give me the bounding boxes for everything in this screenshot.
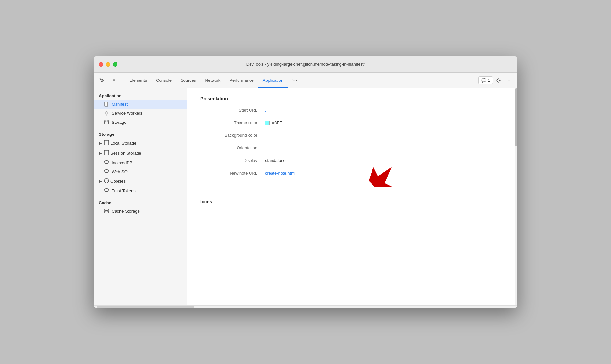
arrow-right-icon: ▶ [99,141,103,145]
red-arrow-annotation [369,161,401,188]
start-url-row: Start URL . [200,108,505,112]
toolbar: Elements Console Sources Network Perform… [94,73,517,88]
scrollbar-thumb[interactable] [515,88,517,146]
svg-point-15 [107,180,107,181]
tab-elements[interactable]: Elements [125,73,151,88]
sidebar-item-cache-storage[interactable]: Cache Storage [94,207,187,216]
web-sql-label: Web SQL [112,169,130,174]
toolbar-separator [121,77,121,84]
background-color-row: Background color [200,133,505,138]
inspect-icon[interactable] [97,76,106,85]
svg-marker-19 [369,161,401,187]
svg-point-18 [104,209,109,211]
toolbar-right: 💬 1 [478,76,514,85]
svg-point-5 [509,81,509,82]
comments-count: 1 [488,78,490,83]
svg-point-14 [106,180,106,180]
device-toggle-icon[interactable] [108,76,117,85]
sidebar-item-local-storage[interactable]: ▶ Local Storage [94,138,187,148]
indexed-db-icon [104,160,109,165]
tab-console[interactable]: Console [151,73,176,88]
tab-performance[interactable]: Performance [225,73,258,88]
settings-icon[interactable] [494,76,503,85]
sidebar-item-session-storage[interactable]: ▶ Session Storage [94,148,187,158]
orientation-row: Orientation [200,145,505,150]
theme-color-swatch [265,121,270,125]
svg-point-13 [104,178,109,183]
close-button[interactable] [99,62,103,67]
sidebar-item-manifest[interactable]: Manifest [94,100,187,109]
indexed-db-label: IndexedDB [112,160,132,165]
svg-point-2 [498,80,500,81]
display-value: standalone [265,158,286,163]
svg-point-16 [106,181,106,182]
theme-color-row: Theme color #8FF [200,120,505,125]
presentation-title: Presentation [200,96,505,101]
trust-tokens-label: Trust Tokens [112,188,136,193]
tab-network[interactable]: Network [201,73,225,88]
sidebar-item-service-workers[interactable]: Service Workers [94,109,187,118]
svg-rect-0 [110,79,113,81]
theme-color-label: Theme color [200,120,265,125]
bottom-scrollbar-thumb[interactable] [97,306,194,308]
sidebar-section-application: Application [94,91,187,100]
orientation-label: Orientation [200,145,265,150]
background-color-label: Background color [200,133,265,138]
sidebar-item-indexed-db[interactable]: IndexedDB [94,158,187,167]
new-note-url-row: New note URL create-note.html [200,171,505,176]
window-title: DevTools - yielding-large-chef.glitch.me… [246,62,365,67]
cookies-icon [104,178,109,184]
sidebar-item-storage[interactable]: Storage [94,118,187,127]
cache-storage-icon [104,209,109,214]
session-storage-icon [104,150,109,156]
local-storage-label: Local Storage [110,141,136,145]
comment-icon: 💬 [481,78,486,83]
sidebar-section-cache: Cache [94,198,187,207]
tab-application[interactable]: Application [258,73,288,88]
storage-label: Storage [112,120,127,125]
sidebar-section-storage: Storage [94,129,187,138]
tab-more[interactable]: >> [288,73,302,88]
new-note-url-label: New note URL [200,171,265,176]
minimize-button[interactable] [106,62,110,67]
icons-title: Icons [200,199,505,204]
display-label: Display [200,158,265,163]
service-workers-label: Service Workers [112,111,142,116]
maximize-button[interactable] [113,62,117,67]
manifest-icon [104,102,109,107]
session-storage-label: Session Storage [110,151,141,155]
tab-sources[interactable]: Sources [176,73,201,88]
svg-rect-10 [104,150,109,155]
arrow-right-icon-2: ▶ [99,151,103,155]
sidebar-item-web-sql[interactable]: Web SQL [94,167,187,176]
trust-tokens-icon [104,188,109,193]
svg-point-8 [104,120,109,122]
local-storage-icon [104,140,109,146]
devtools-window: DevTools - yielding-large-chef.glitch.me… [94,56,517,308]
theme-color-value: #8FF [265,120,282,125]
svg-point-3 [509,78,509,79]
toolbar-tabs: Elements Console Sources Network Perform… [125,73,477,88]
comments-button[interactable]: 💬 1 [478,76,493,84]
titlebar: DevTools - yielding-large-chef.glitch.me… [94,56,517,73]
traffic-lights [99,62,117,67]
storage-icon [104,120,109,125]
icons-section: Icons [187,191,517,219]
svg-rect-9 [104,140,109,145]
svg-rect-1 [113,80,115,81]
main-layout: Application Manifest Service [94,88,517,305]
web-sql-icon [104,169,109,174]
svg-point-11 [104,161,109,162]
sidebar-item-cookies[interactable]: ▶ Cookies [94,176,187,186]
start-url-value[interactable]: . [265,108,266,112]
bottom-scrollbar [94,305,517,308]
manifest-label: Manifest [112,102,128,107]
sidebar-item-trust-tokens[interactable]: Trust Tokens [94,186,187,195]
content-area: Presentation Start URL . Theme color #8F… [187,88,517,305]
svg-point-7 [106,112,107,114]
new-note-url-value[interactable]: create-note.html [265,171,295,176]
start-url-label: Start URL [200,108,265,112]
scrollbar-track[interactable] [515,88,517,305]
more-options-icon[interactable] [505,76,514,85]
display-row: Display standalone [200,158,505,163]
